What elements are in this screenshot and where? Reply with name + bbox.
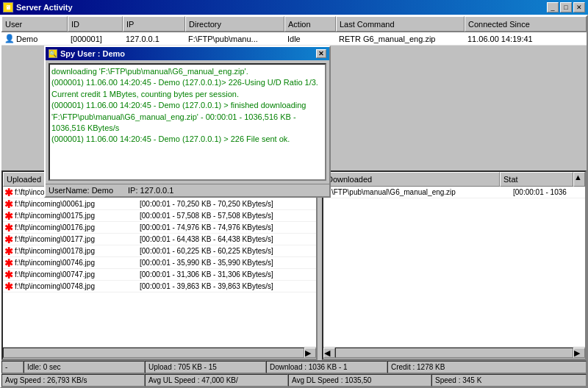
upload-filename: f:\ftp\incoming\00061.jpg [13, 200, 138, 208]
upload-stat: [00:00:01 - 60,225 KB - 60,225 KBytes/s] [138, 247, 316, 255]
user-dir: F:\FTP\pub\manu... [185, 32, 284, 45]
upload-filename: f:\ftp\incoming\00748.jpg [13, 282, 138, 290]
spy-log-line-3: (000001) 11.06.00 14:20:45 - Demo (127.0… [51, 134, 323, 145]
spy-title: Spy User : Demo [60, 49, 125, 58]
status-bar-2: Avg Speed : 26,793 KB/s Avg UL Speed : 4… [1, 373, 587, 387]
user-id: [000001] [68, 32, 123, 45]
upload-icon: ✱ [3, 199, 13, 209]
col-dir: Directory [185, 16, 284, 32]
spy-username-label: UserName: Demo [49, 186, 113, 195]
uploaded-row: ✱ f:\ftp\incoming\00176.jpg [00:00:01 - … [3, 222, 316, 234]
col-connected-since: Connected Since [465, 16, 587, 32]
upload-stat: [00:00:01 - 31,306 KB - 31,306 KBytes/s] [138, 270, 316, 279]
user-name: Demo [16, 35, 37, 43]
spy-title-bar: 🔍 Spy User : Demo ✕ [46, 47, 329, 60]
upload-stat: [00:00:01 - 39,863 KB - 39,863 KBytes/s] [138, 282, 316, 290]
close-button[interactable]: ✕ [573, 2, 585, 12]
spy-icon: 🔍 [49, 49, 57, 58]
upload-icon: ✱ [3, 211, 13, 221]
uploaded-row: ✱ f:\ftp\incoming\00175.jpg [00:00:01 - … [3, 210, 316, 222]
window-title: Server Activity [16, 3, 73, 12]
uploaded-row: ✱ f:\ftp\incoming\00746.jpg [00:00:01 - … [3, 257, 316, 269]
status-avg-ul: Avg UL Speed : 47,000 KB/ [145, 374, 288, 387]
maximize-button[interactable]: □ [560, 2, 572, 12]
status-download: Download : 1036 KB - 1 [266, 361, 387, 373]
uploaded-panel: Uploaded Stat ▲ ✱ f:\ftp\incoming\00060.… [1, 170, 318, 360]
spy-log-line-2: (000001) 11.06.00 14:20:45 - Demo (127.0… [51, 100, 323, 134]
uploaded-row: ✱ f:\ftp\incoming\00748.jpg [00:00:01 - … [3, 281, 316, 292]
spy-log-area: downloading 'F:\FTP\pub\manual\G6_manual… [49, 63, 326, 181]
downloaded-scroll-right[interactable]: ▶ [573, 348, 585, 358]
upload-stat: [00:00:01 - 74,976 KB - 74,976 KBytes/s] [138, 223, 316, 231]
main-window: User ID IP Directory Action Last Command… [0, 15, 588, 388]
upload-icon: ✱ [3, 246, 13, 256]
uploaded-row: ✱ f:\ftp\incoming\00177.jpg [00:00:01 - … [3, 234, 316, 245]
upload-icon: ✱ [3, 187, 13, 198]
user-last-cmd: RETR G6_manual_eng.zip [336, 32, 465, 45]
spy-close-button[interactable]: ✕ [316, 49, 326, 58]
status-upload: Upload : 705 KB - 15 [145, 361, 266, 373]
downloaded-col2: Stat [500, 172, 573, 187]
col-ip: IP [123, 16, 185, 32]
downloaded-panel: Downloaded Stat ▲ F:\FTP\pub\manual\G6_m… [322, 170, 587, 360]
upload-icon: ✱ [3, 270, 13, 280]
minimize-button[interactable]: _ [547, 2, 559, 12]
upload-stat: [00:00:01 - 57,508 KB - 57,508 KBytes/s] [138, 212, 316, 220]
table-row[interactable]: 👤 Demo [000001] 127.0.0.1 F:\FTP\pub\man… [1, 32, 587, 46]
spy-ip-label: IP: 127.0.0.1 [128, 186, 173, 195]
uploaded-row: ✱ f:\ftp\incoming\00178.jpg [00:00:01 - … [3, 245, 316, 257]
upload-filename: f:\ftp\incoming\00177.jpg [13, 235, 138, 243]
col-user: User [1, 16, 68, 32]
window-icon: 🖥 [3, 2, 13, 12]
user-connected-since: 11.06.00 14:19:41 [465, 32, 587, 45]
spy-status-bar: UserName: Demo IP: 127.0.0.1 [46, 184, 329, 196]
downloaded-col1: Downloaded [323, 172, 500, 187]
download-stat: [00:00:01 - 1036 [512, 188, 585, 196]
upload-icon: ✱ [3, 281, 13, 292]
spy-log-line-1: (000001) 11.06.00 14:20:45 - Demo (127.0… [51, 77, 323, 100]
upload-filename: f:\ftp\incoming\00747.jpg [13, 270, 138, 279]
status-speed: Speed : 345 K [431, 374, 587, 387]
upload-icon: ✱ [3, 223, 13, 233]
spy-popup: 🔍 Spy User : Demo ✕ downloading 'F:\FTP\… [44, 46, 331, 198]
upload-filename: f:\ftp\incoming\00746.jpg [13, 259, 138, 267]
upload-icon: ✱ [3, 258, 13, 268]
download-filename: F:\FTP\pub\manual\G6_manual_eng.zip [323, 188, 512, 196]
col-action: Action [284, 16, 336, 32]
uploaded-row: ✱ f:\ftp\incoming\00747.jpg [00:00:01 - … [3, 269, 316, 281]
upload-icon: ✱ [3, 234, 13, 245]
status-bar-1: - Idle: 0 sec Upload : 705 KB - 15 Downl… [1, 360, 587, 373]
upload-filename: f:\ftp\incoming\00176.jpg [13, 223, 138, 231]
uploaded-panel-content[interactable]: ✱ f:\ftp\incoming\00060.jpg [00:00:01 - … [3, 187, 316, 347]
uploaded-row: ✱ f:\ftp\incoming\00061.jpg [00:00:01 - … [3, 198, 316, 210]
upload-filename: f:\ftp\incoming\00178.jpg [13, 247, 138, 255]
user-action: Idle [284, 32, 336, 45]
title-bar: 🖥 Server Activity _ □ ✕ [0, 0, 588, 15]
downloaded-scroll-left[interactable]: ◀ [323, 348, 335, 358]
col-last-cmd: Last Command [336, 16, 465, 32]
status-dash: - [1, 361, 24, 373]
title-bar-buttons: _ □ ✕ [547, 2, 585, 12]
upload-stat: [00:00:01 - 35,990 KB - 35,990 KBytes/s] [138, 259, 316, 267]
table-header: User ID IP Directory Action Last Command… [1, 16, 587, 32]
downloaded-row: F:\FTP\pub\manual\G6_manual_eng.zip [00:… [323, 187, 585, 198]
status-avg-dl: Avg DL Speed : 1035,50 [288, 374, 431, 387]
bottom-section: Uploaded Stat ▲ ✱ f:\ftp\incoming\00060.… [1, 170, 587, 360]
status-credit: Credit : 1278 KB [387, 361, 587, 373]
downloaded-scroll-up[interactable]: ▲ [573, 172, 585, 187]
title-bar-left: 🖥 Server Activity [3, 2, 73, 12]
spy-log-line-0: downloading 'F:\FTP\pub\manual\G6_manual… [51, 66, 323, 77]
uploaded-scroll-right[interactable]: ▶ [304, 348, 316, 358]
status-avg-speed: Avg Speed : 26,793 KB/s [1, 374, 145, 387]
upload-stat: [00:00:01 - 70,250 KB - 70,250 KBytes/s] [138, 200, 316, 208]
upload-stat: [00:00:01 - 64,438 KB - 64,438 KBytes/s] [138, 235, 316, 243]
downloaded-panel-content[interactable]: F:\FTP\pub\manual\G6_manual_eng.zip [00:… [323, 187, 585, 347]
col-id: ID [68, 16, 123, 32]
downloaded-panel-header: Downloaded Stat ▲ [323, 172, 585, 187]
status-idle: Idle: 0 sec [24, 361, 145, 373]
user-ip: 127.0.0.1 [123, 32, 185, 45]
upload-filename: f:\ftp\incoming\00175.jpg [13, 212, 138, 220]
user-table: 👤 Demo [000001] 127.0.0.1 F:\FTP\pub\man… [1, 32, 587, 46]
